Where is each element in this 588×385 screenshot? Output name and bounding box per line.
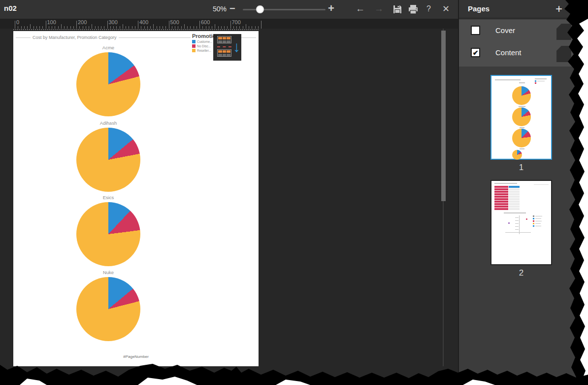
page-boundary-dotted-line: [13, 29, 259, 30]
pie-category-label: Nuke: [13, 270, 203, 275]
page-row-label: Cover: [495, 26, 515, 35]
page-number-placeholder: #PageNumber: [13, 354, 259, 359]
page-row-cover[interactable]: Cover: [459, 24, 588, 42]
ruler-tick-label: 500: [170, 19, 179, 25]
ruler-tick: [138, 21, 138, 29]
vertical-scrollbar-thumb[interactable]: [441, 31, 446, 201]
mini-legend-chip: [535, 80, 536, 82]
page-row-label: Content: [495, 48, 522, 57]
help-button[interactable]: ?: [426, 4, 431, 13]
pie-category-label: Acme: [13, 45, 203, 50]
horizontal-ruler: 0100200300400500600700: [0, 19, 458, 29]
ruler-tick-label: 400: [139, 19, 148, 25]
close-icon[interactable]: ✕: [442, 3, 450, 14]
zoom-level-value: 50%: [213, 5, 227, 13]
ruler-tick: [15, 21, 15, 29]
ruler-tick-label: 700: [232, 19, 241, 25]
cover-checkbox[interactable]: [471, 26, 480, 35]
zoom-in-button[interactable]: +: [328, 2, 334, 15]
ruler-tick: [230, 21, 231, 29]
pages-panel-title: Pages: [468, 4, 490, 13]
ruler-tick: [92, 24, 92, 29]
ruler-tick: [61, 24, 62, 29]
mini-pie-esics: [512, 129, 531, 147]
page-row-content[interactable]: ✔ Content: [459, 46, 588, 65]
app-window: n02 50% − + ← → ? ✕ 01002003004005006007…: [0, 0, 588, 385]
report-page[interactable]: Cost by Manufacturer, Promotion Category…: [13, 31, 259, 366]
content-checkbox[interactable]: ✔: [471, 48, 480, 57]
thumbnail-page-2[interactable]: [490, 180, 552, 265]
report-canvas: Cost by Manufacturer, Promotion Category…: [0, 29, 458, 385]
ruler-tick: [153, 24, 154, 29]
pages-panel-header: Pages +: [459, 0, 588, 19]
ruler-tick: [199, 21, 200, 29]
pie-section-adihash[interactable]: Adihash: [13, 120, 203, 192]
mini-pie-adihash: [512, 107, 531, 126]
table-glyph-icon: [217, 36, 231, 43]
pie-section-nuke[interactable]: Nuke: [13, 270, 203, 341]
page-thumbnails: 1: [459, 69, 588, 385]
thumbnail-page-1[interactable]: [490, 75, 552, 160]
page-doc-icon: [556, 24, 571, 40]
ruler-tick: [246, 24, 246, 29]
ruler-tick: [184, 24, 185, 29]
ruler-tick-label: 300: [109, 19, 118, 25]
pie-category-label: Adihash: [13, 120, 203, 126]
ruler-tick: [169, 21, 169, 29]
drag-data-icon[interactable]: ↓: [213, 34, 241, 61]
mini-pie-nuke: [512, 150, 522, 160]
thumbnail-2-number: 2: [490, 268, 552, 278]
page-list: Cover ✔ Content: [459, 20, 588, 67]
mini-legend-chip: [535, 82, 536, 84]
window-title: n02: [4, 4, 17, 12]
dashed-separator-icon: [217, 46, 231, 47]
forward-arrow-icon: →: [374, 3, 384, 14]
ruler-tick-label: 600: [201, 19, 210, 25]
arrow-down-icon: ↓: [233, 37, 240, 57]
ruler-tick: [46, 21, 46, 29]
pie-category-label: Esics: [13, 195, 203, 200]
mini-marker: [526, 218, 527, 220]
thumbnail-1-number: 1: [490, 163, 552, 173]
zoom-slider[interactable]: [243, 9, 326, 10]
mini-pie-acme: [512, 86, 531, 105]
chart-title: Cost by Manufacturer, Promotion Category: [31, 35, 119, 40]
table-glyph-icon: [217, 49, 231, 57]
ruler-tick: [30, 24, 31, 29]
legend-chip-customer: [192, 40, 196, 43]
zoom-slider-thumb[interactable]: [256, 5, 264, 13]
mini-marker: [508, 222, 510, 224]
pie-chart-nuke[interactable]: [76, 277, 140, 341]
pie-chart-esics[interactable]: [76, 202, 140, 266]
save-icon[interactable]: [392, 4, 402, 17]
pages-panel: Pages + Cover ✔ Content: [458, 0, 588, 385]
zoom-out-button[interactable]: −: [229, 3, 235, 14]
add-page-button[interactable]: +: [555, 2, 562, 16]
ruler-tick-label: 0: [16, 19, 19, 25]
back-arrow-icon[interactable]: ←: [356, 3, 365, 14]
pie-chart-adihash[interactable]: [76, 128, 140, 192]
ruler-tick-label: 200: [78, 19, 87, 25]
ruler-tick: [76, 21, 77, 29]
ruler-tick: [107, 21, 108, 29]
ruler-tick: [215, 24, 215, 29]
pie-chart-acme[interactable]: [76, 52, 140, 116]
ruler-tick: [261, 21, 261, 29]
page-doc-icon: [556, 46, 571, 62]
pie-section-esics[interactable]: Esics: [13, 195, 203, 266]
ruler-tick: [123, 24, 123, 29]
toolbar: n02 50% − + ← → ? ✕: [0, 0, 458, 19]
print-icon[interactable]: [408, 4, 419, 17]
ruler-tick-label: 100: [47, 19, 56, 25]
pie-section-acme[interactable]: Acme: [13, 45, 203, 116]
